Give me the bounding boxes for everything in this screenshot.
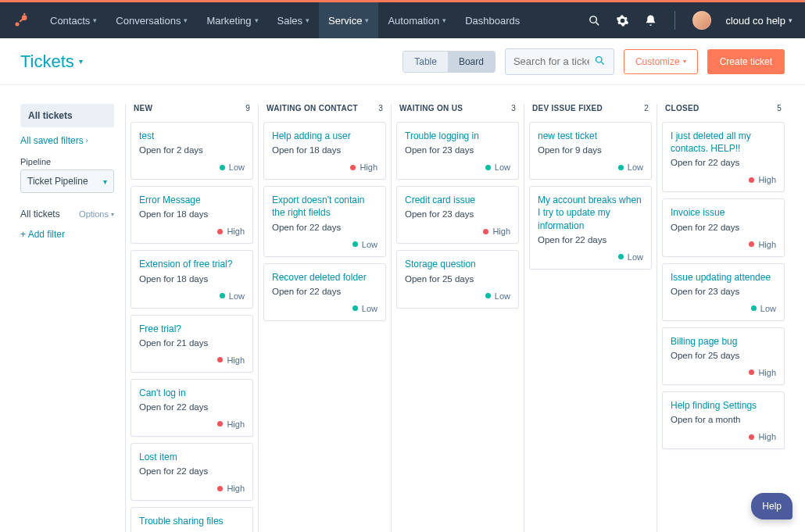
page-header: Tickets ▾ Table Board Customize ▾ Create… xyxy=(0,38,805,85)
ticket-card[interactable]: I just deleted all my contacts. HELP!!Op… xyxy=(662,122,785,192)
ticket-title: Lost item xyxy=(139,451,245,463)
nav-item-marketing[interactable]: Marketing▾ xyxy=(197,2,267,38)
view-table-button[interactable]: Table xyxy=(403,52,448,72)
ticket-priority: High xyxy=(749,240,776,249)
priority-dot-icon xyxy=(217,486,223,491)
ticket-open-duration: Open for 23 days xyxy=(671,287,776,296)
priority-label: High xyxy=(227,355,245,365)
priority-dot-icon xyxy=(352,305,358,311)
ticket-card[interactable]: Invoice issueOpen for 22 daysHigh xyxy=(662,198,785,256)
help-fab[interactable]: Help xyxy=(751,493,792,520)
board-column: WAITING ON US3Trouble logging inOpen for… xyxy=(391,104,524,532)
board-scroll[interactable]: NEW9testOpen for 2 daysLowError MessageO… xyxy=(125,85,805,532)
ticket-priority: Low xyxy=(618,252,643,262)
column-name: DEV ISSUE FIXED xyxy=(532,104,603,112)
column-name: NEW xyxy=(134,104,152,112)
top-navbar: Contacts▾Conversations▾Marketing▾Sales▾S… xyxy=(0,2,805,38)
ticket-priority: Low xyxy=(485,162,510,172)
priority-label: High xyxy=(758,175,776,184)
ticket-priority: High xyxy=(749,432,776,441)
ticket-priority: High xyxy=(749,175,776,184)
ticket-card[interactable]: Issue updating attendeeOpen for 23 daysL… xyxy=(662,263,785,321)
board-column: CLOSED5I just deleted all my contacts. H… xyxy=(657,104,789,532)
bell-icon[interactable] xyxy=(643,13,657,27)
page-title: Tickets xyxy=(20,52,74,72)
ticket-open-duration: Open for 18 days xyxy=(139,209,245,219)
ticket-card[interactable]: Can't log inOpen for 22 daysHigh xyxy=(131,379,253,437)
ticket-card[interactable]: Extension of free trial?Open for 18 days… xyxy=(131,250,253,308)
ticket-priority: High xyxy=(217,420,245,429)
pipeline-select[interactable]: Ticket Pipeline ▾ xyxy=(20,170,114,193)
ticket-card[interactable]: Export doesn't contain the right fieldsO… xyxy=(263,186,386,256)
ticket-title: Help adding a user xyxy=(272,130,377,142)
ticket-card[interactable]: Help finding SettingsOpen for a monthHig… xyxy=(662,391,785,449)
chevron-right-icon: › xyxy=(86,137,88,145)
priority-dot-icon xyxy=(485,293,491,298)
ticket-card[interactable]: Credit card issueOpen for 23 daysHigh xyxy=(396,186,519,244)
ticket-card[interactable]: new test ticketOpen for 9 daysLow xyxy=(529,122,652,180)
search-box[interactable] xyxy=(505,48,614,75)
ticket-open-duration: Open for 9 days xyxy=(538,145,643,155)
ticket-card[interactable]: Lost itemOpen for 22 daysHigh xyxy=(131,443,253,501)
sidebar-saved-filters-link[interactable]: All saved filters › xyxy=(20,135,114,146)
page-title-dropdown[interactable]: Tickets ▾ xyxy=(20,52,83,72)
customize-button[interactable]: Customize ▾ xyxy=(624,49,698,74)
ticket-card[interactable]: Free trial?Open for 21 daysHigh xyxy=(131,315,253,373)
priority-dot-icon xyxy=(618,254,624,259)
nav-item-contacts[interactable]: Contacts▾ xyxy=(41,2,106,38)
pipeline-label: Pipeline xyxy=(20,157,114,166)
svg-line-7 xyxy=(601,62,603,64)
ticket-card[interactable]: Billing page bugOpen for 25 daysHigh xyxy=(662,327,785,385)
priority-label: High xyxy=(758,368,776,377)
ticket-card[interactable]: Recover deleted folderOpen for 22 daysLo… xyxy=(263,263,386,321)
sidebar-all-tickets[interactable]: All tickets xyxy=(20,104,114,127)
ticket-card[interactable]: Storage questionOpen for 25 daysLow xyxy=(396,250,519,308)
priority-label: High xyxy=(360,162,377,172)
search-icon[interactable] xyxy=(587,13,601,27)
options-dropdown[interactable]: Options ▾ xyxy=(79,209,114,219)
priority-label: High xyxy=(227,227,245,236)
nav-item-label: Sales xyxy=(277,15,303,27)
board-column: DEV ISSUE FIXED2new test ticketOpen for … xyxy=(524,104,657,532)
gear-icon[interactable] xyxy=(615,13,629,27)
priority-dot-icon xyxy=(352,241,358,247)
view-board-button[interactable]: Board xyxy=(448,52,495,72)
ticket-title: Issue updating attendee xyxy=(671,271,776,284)
ticket-card[interactable]: Error MessageOpen for 18 daysHigh xyxy=(131,186,253,244)
add-filter-link[interactable]: + Add filter xyxy=(20,229,114,240)
priority-dot-icon xyxy=(751,305,757,311)
svg-point-4 xyxy=(590,16,597,22)
ticket-card[interactable]: Help adding a userOpen for 18 daysHigh xyxy=(263,122,386,180)
priority-dot-icon xyxy=(749,370,754,375)
ticket-open-duration: Open for 23 days xyxy=(405,145,510,155)
account-label: cloud co help xyxy=(725,15,785,27)
priority-dot-icon xyxy=(749,434,754,440)
filter-scope-label: All tickets xyxy=(20,209,60,220)
search-input[interactable] xyxy=(513,55,589,67)
ticket-priority: Low xyxy=(352,304,377,313)
ticket-open-duration: Open for 22 days xyxy=(671,158,776,167)
ticket-card[interactable]: Trouble logging inOpen for 23 daysLow xyxy=(396,122,519,180)
nav-item-automation[interactable]: Automation▾ xyxy=(378,2,456,38)
nav-item-sales[interactable]: Sales▾ xyxy=(268,2,320,38)
priority-dot-icon xyxy=(217,229,223,234)
create-ticket-button[interactable]: Create ticket xyxy=(707,49,785,74)
account-menu[interactable]: cloud co help ▾ xyxy=(725,15,792,27)
avatar[interactable] xyxy=(692,11,711,30)
column-header: WAITING ON US3 xyxy=(396,104,519,122)
search-icon xyxy=(594,55,606,69)
chevron-down-icon: ▾ xyxy=(442,16,446,24)
ticket-card[interactable]: My account breaks when I try to update m… xyxy=(529,186,652,270)
sidebar: All tickets All saved filters › Pipeline… xyxy=(0,85,125,532)
chevron-down-icon: ▾ xyxy=(111,211,114,218)
column-count: 2 xyxy=(644,104,649,112)
ticket-card[interactable]: testOpen for 2 daysLow xyxy=(131,122,253,180)
hubspot-logo-icon[interactable] xyxy=(13,12,30,29)
nav-item-service[interactable]: Service▾ xyxy=(319,2,378,38)
column-header: NEW9 xyxy=(131,104,253,122)
ticket-title: My account breaks when I try to update m… xyxy=(538,194,643,232)
ticket-open-duration: Open for 2 days xyxy=(139,145,245,155)
ticket-card[interactable]: Trouble sharing filesOpen for 22 daysHig… xyxy=(131,507,253,532)
nav-item-conversations[interactable]: Conversations▾ xyxy=(106,2,197,38)
nav-item-dashboards[interactable]: Dashboards xyxy=(456,2,529,38)
